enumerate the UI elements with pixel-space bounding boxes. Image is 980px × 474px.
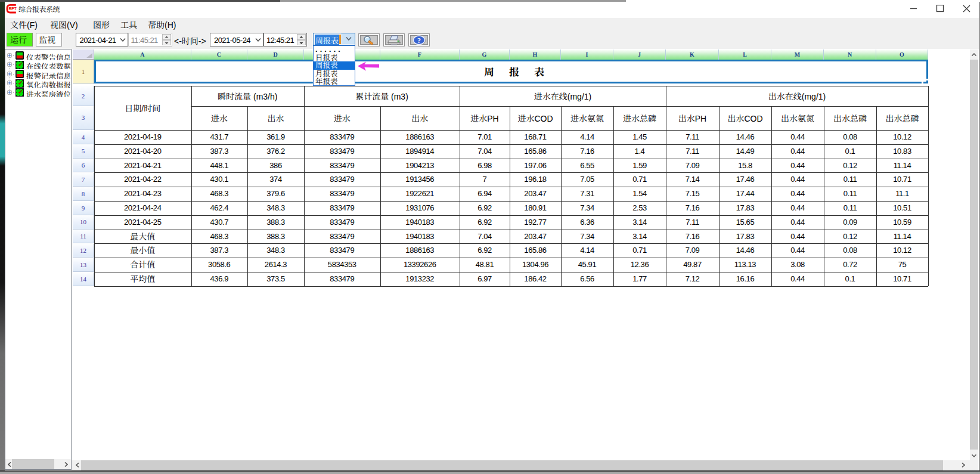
svg-text:RPT: RPT	[8, 7, 16, 11]
svg-text:?: ?	[417, 36, 421, 44]
